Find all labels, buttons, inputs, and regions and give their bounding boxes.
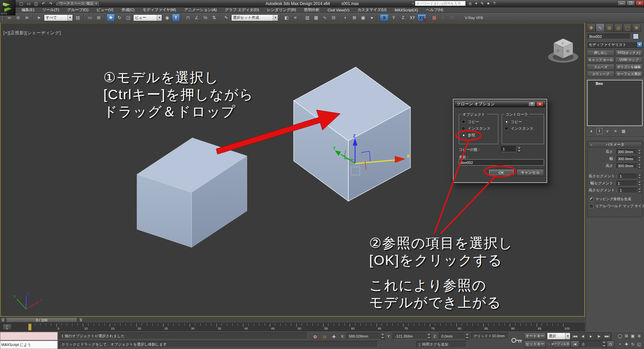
parameter-spinner[interactable]: ▲▼ bbox=[638, 156, 641, 162]
name-field[interactable]: Box002 bbox=[459, 159, 544, 166]
parameter-spinner[interactable]: ▲▼ bbox=[638, 149, 641, 155]
parameter-spinner[interactable]: ▲▼ bbox=[638, 188, 641, 193]
search-icon[interactable]: ◎ bbox=[467, 1, 473, 6]
modifier-button[interactable]: キャップ ホール bbox=[587, 57, 614, 63]
minimize-button[interactable]: — bbox=[617, 0, 626, 6]
axis-y-button[interactable]: Y bbox=[389, 14, 398, 21]
parameter-field[interactable]: 1 bbox=[618, 174, 638, 179]
menu-item[interactable]: アニメーション(A) bbox=[180, 7, 220, 12]
zoom-extents-all-icon[interactable]: ⊕ bbox=[636, 332, 642, 340]
menu-item[interactable]: MAXScript(X) bbox=[391, 8, 422, 12]
redo-icon[interactable]: ↷ bbox=[48, 1, 54, 6]
track-bar-ruler[interactable]: 5101520253035404550556065707580859095100 bbox=[0, 323, 585, 331]
select-and-move-icon[interactable]: ✚ bbox=[107, 14, 115, 22]
reference-coordinate-dropdown[interactable]: ビュー▼ bbox=[133, 14, 162, 21]
parameter-spinner[interactable]: ▲▼ bbox=[638, 174, 641, 179]
modifier-button[interactable]: FFD(ボックス) bbox=[615, 50, 643, 56]
application-menu-button[interactable]: MXD bbox=[0, 0, 15, 15]
dialog-close-button[interactable]: ✕ bbox=[536, 102, 543, 107]
new-file-icon[interactable]: ▢ bbox=[18, 1, 24, 6]
time-slider-prev-button[interactable]: ❮ bbox=[1, 317, 5, 323]
key-filters-button[interactable]: キーフィルタ... bbox=[552, 341, 571, 348]
restore-button[interactable]: ❐ bbox=[627, 0, 635, 6]
communication-center-icon[interactable]: ✦ bbox=[473, 1, 479, 6]
maximize-viewport-icon[interactable]: ◱ bbox=[636, 341, 642, 348]
vray-vfb-button[interactable]: V-Ray VFB bbox=[461, 14, 486, 21]
y-coord-field[interactable]: -121.359m bbox=[393, 333, 427, 339]
menu-item[interactable]: モディファイヤ(M) bbox=[139, 7, 180, 12]
align-icon[interactable]: ≡ bbox=[291, 14, 299, 22]
cancel-button[interactable]: キャンセル bbox=[516, 169, 544, 176]
set-keys-icon[interactable] bbox=[511, 332, 523, 348]
search-input[interactable] bbox=[415, 1, 466, 6]
spinner-snap-icon[interactable]: ⇅ bbox=[210, 14, 218, 22]
parameter-field[interactable]: 300.0mm bbox=[616, 163, 637, 169]
select-by-name-icon[interactable]: ▤ bbox=[74, 14, 82, 22]
undo-icon[interactable]: ↶ bbox=[40, 1, 47, 6]
time-slider[interactable]: 0 / 100 bbox=[6, 317, 77, 323]
pan-icon[interactable]: ✚ bbox=[623, 341, 630, 348]
menu-item[interactable]: ビュー(V) bbox=[93, 7, 117, 12]
sign-in-icon[interactable]: ✎ bbox=[479, 1, 485, 6]
open-file-icon[interactable]: ▭ bbox=[26, 1, 32, 6]
modifier-button[interactable]: ポリゴンを編集 bbox=[615, 64, 643, 70]
stack-item[interactable]: Box bbox=[588, 80, 642, 86]
close-button[interactable]: ✕ bbox=[636, 0, 644, 6]
save-file-icon[interactable]: ◫ bbox=[33, 1, 39, 6]
axis-x-button[interactable]: X bbox=[380, 14, 389, 21]
axis-z-button[interactable]: Z bbox=[399, 14, 407, 21]
window-crossing-icon[interactable]: ⊞ bbox=[95, 14, 103, 22]
snaps-toggle-icon[interactable]: ⇑ bbox=[172, 14, 180, 22]
frame-spinner[interactable]: ▲▼ bbox=[602, 341, 606, 348]
massfx-simulate-icon[interactable]: ∷ bbox=[448, 14, 456, 22]
add-time-tag[interactable]: ▯ 時間タグを追加 bbox=[416, 341, 466, 348]
modifier-button[interactable]: サーフェス選択 bbox=[615, 71, 643, 77]
z-coord-field[interactable]: 0.0mm bbox=[439, 333, 465, 339]
create-tab[interactable]: ✱ bbox=[587, 23, 596, 32]
menu-item[interactable]: グラフ エディタ(D) bbox=[221, 7, 263, 12]
auto-key-button[interactable]: オートキー bbox=[524, 333, 546, 340]
schematic-view-icon[interactable]: ⊟ bbox=[330, 14, 338, 22]
orbit-icon[interactable]: ↻ bbox=[630, 341, 636, 348]
select-and-scale-icon[interactable]: ◲ bbox=[124, 14, 132, 22]
massfx-rigid-body-icon[interactable]: ◌ bbox=[439, 14, 447, 22]
named-selection-sets-dropdown[interactable]: 選択セット作成▼ bbox=[231, 14, 278, 21]
percent-snap-icon[interactable]: % bbox=[201, 14, 209, 22]
transform-gizmo-icon[interactable]: ✚ bbox=[330, 333, 338, 340]
curve-editor-icon[interactable]: ∿ bbox=[321, 14, 329, 22]
go-to-end-button[interactable]: ▶▶| bbox=[603, 333, 611, 340]
massfx-icon[interactable]: ▦ bbox=[430, 14, 438, 22]
radio-option[interactable]: 参照 bbox=[459, 132, 498, 138]
copies-field[interactable]: 1 bbox=[501, 146, 516, 152]
angle-snap-icon[interactable]: ∠ bbox=[193, 14, 201, 22]
workspace-dropdown[interactable]: ワークスペース: 既定 ▾ bbox=[57, 1, 99, 6]
radio-option[interactable]: コピー bbox=[459, 118, 498, 125]
selection-dot-icon[interactable]: • bbox=[617, 341, 623, 348]
edit-named-selections-icon[interactable]: ✎ bbox=[222, 14, 230, 22]
radio-option[interactable]: インスタンス bbox=[459, 125, 498, 132]
set-key-button[interactable]: セットキー bbox=[524, 341, 546, 348]
y-spinner[interactable]: ▲▼ bbox=[427, 333, 431, 339]
parameter-field[interactable]: 1 bbox=[616, 181, 637, 186]
radio-option[interactable]: コピー bbox=[502, 118, 544, 125]
menu-item[interactable]: 照明分析 bbox=[300, 7, 324, 12]
menu-item[interactable]: カスタマイズ(U) bbox=[353, 7, 391, 12]
bind-to-space-warp-icon[interactable]: ≋ bbox=[23, 14, 31, 22]
material-editor-icon[interactable]: ◐ bbox=[342, 14, 350, 22]
hierarchy-tab[interactable]: ⊞ bbox=[605, 23, 614, 32]
utilities-tab[interactable]: ✻ bbox=[632, 23, 641, 32]
key-mode-toggle[interactable]: |◀| bbox=[571, 341, 579, 348]
dialog-title-bar[interactable]: クローン オプション ? ✕ bbox=[455, 101, 545, 107]
rectangular-selection-region-icon[interactable]: ▭ bbox=[86, 14, 94, 22]
show-end-result-icon[interactable]: ‖ bbox=[596, 128, 602, 134]
parameter-field[interactable]: 1 bbox=[618, 188, 638, 193]
next-frame-button[interactable]: |▶ bbox=[595, 333, 603, 340]
snap-magnet-icon[interactable]: ⊓ bbox=[184, 14, 192, 22]
copies-spinner[interactable]: ▲▼ bbox=[517, 146, 521, 152]
parameters-rollout-header[interactable]: − パラメータ bbox=[588, 142, 642, 148]
menu-item[interactable]: レンダリング(R) bbox=[263, 7, 300, 12]
use-pivot-center-icon[interactable]: ◉ bbox=[163, 14, 171, 22]
select-and-rotate-icon[interactable]: ↻ bbox=[115, 14, 123, 22]
default-in-out-tangent-icon[interactable]: ∿ bbox=[547, 342, 550, 346]
object-name-field[interactable]: Box002 bbox=[588, 34, 631, 39]
